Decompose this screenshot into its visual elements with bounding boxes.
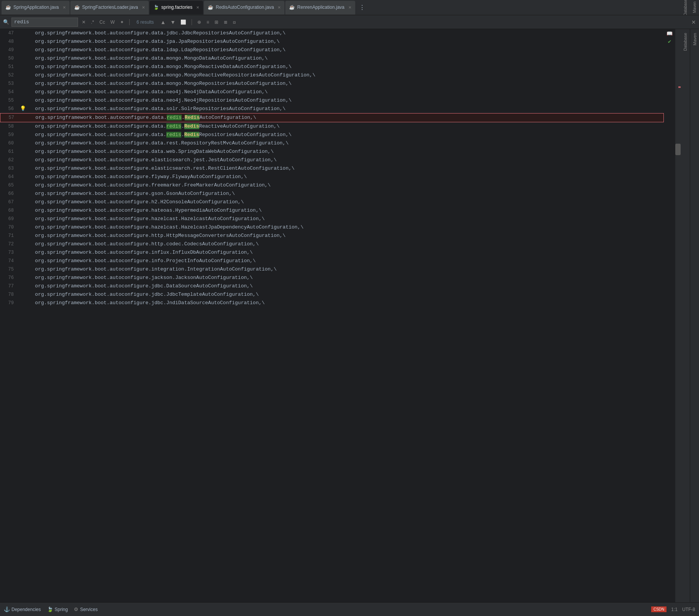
search-input[interactable] bbox=[11, 18, 78, 27]
line-gutter bbox=[20, 37, 28, 46]
close-icon[interactable]: ✕ bbox=[348, 5, 351, 10]
line-content[interactable]: org.springframework.boot.autoconfigure.d… bbox=[28, 148, 664, 156]
word-button[interactable]: W bbox=[109, 19, 116, 26]
close-icon[interactable]: ✕ bbox=[63, 5, 66, 10]
table-row: 77 org.springframework.boot.autoconfigur… bbox=[0, 282, 664, 290]
close-search-button[interactable]: ✕ bbox=[691, 19, 696, 25]
line-number: 60 bbox=[0, 139, 20, 148]
bottom-dependencies-item[interactable]: ⚓ Dependencies bbox=[4, 606, 41, 612]
table-row: 68 org.springframework.boot.autoconfigur… bbox=[0, 206, 664, 215]
more-tabs-button[interactable]: ⋮ bbox=[356, 4, 368, 11]
line-content[interactable]: org.springframework.boot.autoconfigure.d… bbox=[28, 54, 664, 63]
line-content[interactable]: org.springframework.boot.autoconfigure.i… bbox=[28, 248, 664, 257]
regex-button[interactable]: .* bbox=[89, 19, 96, 26]
scrollbar-thumb[interactable] bbox=[675, 144, 681, 155]
line-content[interactable]: org.springframework.boot.autoconfigure.d… bbox=[28, 105, 664, 113]
line-number: 68 bbox=[0, 206, 20, 215]
line-content[interactable]: org.springframework.boot.autoconfigure.e… bbox=[28, 164, 664, 173]
table-row: 60 org.springframework.boot.autoconfigur… bbox=[0, 139, 664, 148]
line-content[interactable]: org.springframework.boot.autoconfigure.h… bbox=[28, 223, 664, 232]
line-content[interactable]: org.springframework.boot.autoconfigure.d… bbox=[28, 71, 664, 79]
line-content[interactable]: org.springframework.boot.autoconfigure.j… bbox=[28, 282, 664, 290]
line-content[interactable]: org.springframework.boot.autoconfigure.d… bbox=[28, 139, 664, 148]
tab-spring-factories-loader[interactable]: ☕ SpringFactoriesLoader.java ✕ bbox=[70, 1, 149, 15]
bottom-services-item[interactable]: ⚙ Services bbox=[74, 606, 98, 612]
table-row: 76 org.springframework.boot.autoconfigur… bbox=[0, 274, 664, 282]
tab-redis-auto-config[interactable]: ☕ RedisAutoConfiguration.java ✕ bbox=[204, 1, 284, 15]
line-content[interactable]: org.springframework.boot.autoconfigure.j… bbox=[28, 299, 664, 307]
context-button[interactable]: ≡ bbox=[205, 19, 211, 26]
line-content[interactable]: org.springframework.boot.autoconfigure.h… bbox=[28, 215, 664, 223]
java-icon: ☕ bbox=[5, 5, 11, 10]
line-number: 53 bbox=[0, 79, 20, 88]
line-number: 49 bbox=[0, 46, 20, 54]
database-sidebar-label[interactable]: Database bbox=[683, 33, 688, 51]
close-icon[interactable]: ✕ bbox=[196, 5, 199, 10]
line-gutter bbox=[20, 122, 28, 131]
side-panel-maven: Maven bbox=[690, 29, 699, 602]
table-row: 67 org.springframework.boot.autoconfigur… bbox=[0, 198, 664, 206]
preserve-case-button[interactable]: ✦ bbox=[119, 19, 125, 26]
line-content[interactable]: org.springframework.boot.autoconfigure.d… bbox=[28, 88, 664, 96]
maven-panel-label[interactable]: Maven bbox=[692, 2, 697, 13]
prev-result-button[interactable]: ▲ bbox=[159, 19, 167, 25]
more-options-button[interactable]: ≣ bbox=[222, 19, 229, 26]
line-content[interactable]: org.springframework.boot.autoconfigure.e… bbox=[28, 156, 664, 164]
bottom-spring-item[interactable]: 🍃 Spring bbox=[47, 606, 68, 612]
maven-sidebar-label[interactable]: Maven bbox=[692, 33, 697, 45]
line-content[interactable]: org.springframework.boot.autoconfigure.h… bbox=[28, 232, 664, 240]
line-content[interactable]: org.springframework.boot.autoconfigure.i… bbox=[28, 257, 664, 265]
close-icon[interactable]: ✕ bbox=[142, 5, 145, 10]
table-row: 59 org.springframework.boot.autoconfigur… bbox=[0, 131, 664, 139]
services-icon: ⚙ bbox=[74, 606, 78, 612]
line-gutter bbox=[20, 139, 28, 148]
clear-search-button[interactable]: ✕ bbox=[80, 19, 87, 26]
table-row: 65 org.springframework.boot.autoconfigur… bbox=[0, 181, 664, 190]
line-number: 73 bbox=[0, 248, 20, 257]
line-number: 56 bbox=[0, 105, 20, 113]
line-content[interactable]: org.springframework.boot.autoconfigure.d… bbox=[28, 96, 664, 105]
tab-spring-application[interactable]: ☕ SpringApplication.java ✕ bbox=[2, 1, 70, 15]
line-content[interactable]: org.springframework.boot.autoconfigure.j… bbox=[28, 274, 664, 282]
expand-button[interactable]: ⬜ bbox=[179, 19, 188, 26]
match-options-button[interactable]: ⊞ bbox=[213, 19, 220, 26]
line-content[interactable]: org.springframework.boot.autoconfigure.d… bbox=[28, 122, 664, 131]
line-content[interactable]: org.springframework.boot.autoconfigure.h… bbox=[28, 240, 664, 248]
line-content[interactable]: org.springframework.boot.autoconfigure.d… bbox=[28, 37, 664, 46]
line-content[interactable]: org.springframework.boot.autoconfigure.d… bbox=[28, 46, 664, 54]
separator bbox=[129, 19, 130, 25]
filter-button[interactable]: ⊕ bbox=[196, 19, 203, 26]
table-row: 47 org.springframework.boot.autoconfigur… bbox=[0, 29, 664, 37]
database-panel-label[interactable]: Database bbox=[683, 0, 688, 15]
line-number: 47 bbox=[0, 29, 20, 37]
filter-icon-button[interactable]: ⧈ bbox=[231, 19, 237, 26]
validation-check-icon: ✔ bbox=[668, 38, 671, 45]
line-content[interactable]: org.springframework.boot.autoconfigure.h… bbox=[28, 198, 664, 206]
lightbulb-icon[interactable]: 💡 bbox=[20, 106, 26, 112]
line-content[interactable]: org.springframework.boot.autoconfigure.g… bbox=[28, 190, 664, 198]
status-bar: CSDN 1:1 UTF-8 bbox=[651, 606, 695, 612]
line-content[interactable]: org.springframework.boot.autoconfigure.d… bbox=[28, 79, 664, 88]
book-icon[interactable]: 📖 bbox=[666, 31, 673, 37]
line-content[interactable]: org.springframework.boot.autoconfigure.j… bbox=[28, 290, 664, 299]
line-content[interactable]: org.springframework.boot.autoconfigure.d… bbox=[28, 29, 664, 37]
line-content[interactable]: org.springframework.boot.autoconfigure.d… bbox=[28, 131, 664, 139]
next-result-button[interactable]: ▼ bbox=[169, 19, 177, 25]
line-gutter bbox=[20, 46, 28, 54]
tab-spring-factories[interactable]: 🍃 spring.factories ✕ bbox=[150, 1, 203, 15]
line-number: 76 bbox=[0, 274, 20, 282]
line-content[interactable]: org.springframework.boot.autoconfigure.f… bbox=[28, 173, 664, 181]
close-icon[interactable]: ✕ bbox=[278, 5, 281, 10]
csdn-badge[interactable]: CSDN bbox=[651, 606, 666, 612]
line-content[interactable]: org.springframework.boot.autoconfigure.h… bbox=[28, 206, 664, 215]
line-content[interactable]: org.springframework.boot.autoconfigure.i… bbox=[28, 265, 664, 274]
line-content[interactable]: org.springframework.boot.autoconfigure.d… bbox=[28, 113, 663, 122]
case-sensitive-button[interactable]: Cc bbox=[98, 19, 107, 26]
line-gutter bbox=[20, 156, 28, 164]
line-content[interactable]: org.springframework.boot.autoconfigure.f… bbox=[28, 181, 664, 190]
services-label: Services bbox=[80, 607, 98, 612]
line-content[interactable]: org.springframework.boot.autoconfigure.d… bbox=[28, 63, 664, 71]
tab-renren-application[interactable]: ☕ RenrenApplication.java ✕ bbox=[285, 1, 355, 15]
vertical-scrollbar[interactable] bbox=[675, 29, 681, 602]
line-number: 62 bbox=[0, 156, 20, 164]
